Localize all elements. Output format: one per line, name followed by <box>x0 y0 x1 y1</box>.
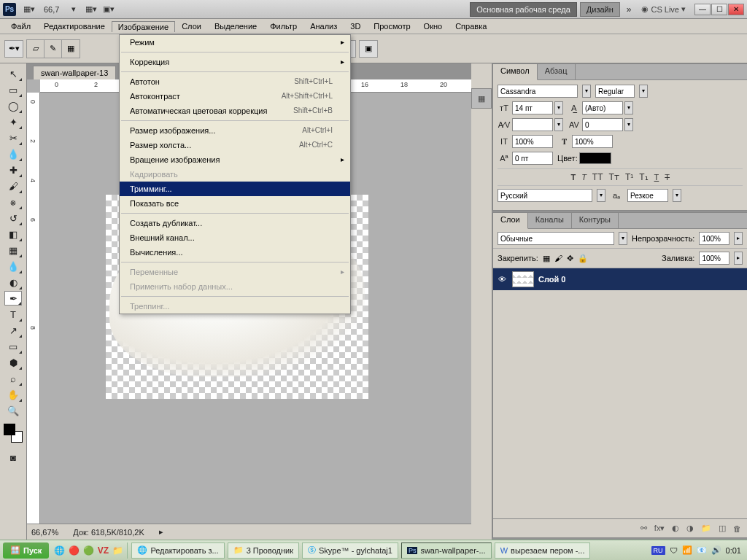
hand-tool[interactable]: ✋ <box>4 387 22 402</box>
menu-layers[interactable]: Слои <box>175 20 208 32</box>
menu-autotone[interactable]: АвтотонShift+Ctrl+L <box>120 74 350 89</box>
ql-icon[interactable]: 🟢 <box>82 544 95 557</box>
language-indicator[interactable]: RU <box>651 546 665 555</box>
menu-canvas-size[interactable]: Размер холста...Alt+Ctrl+C <box>120 138 350 152</box>
ql-opera-icon[interactable]: 🔴 <box>67 544 80 557</box>
menu-view[interactable]: Просмотр <box>367 20 417 32</box>
start-button[interactable]: 🪟Пуск <box>3 542 49 559</box>
dropdown-icon[interactable]: ▾ <box>624 118 633 131</box>
zoom-level[interactable]: 66,7 <box>44 5 59 14</box>
pen-tool[interactable]: ✒ <box>4 291 22 306</box>
minimize-button[interactable]: — <box>694 4 711 15</box>
layer-name[interactable]: Слой 0 <box>538 275 565 284</box>
paths-button[interactable]: ✎ <box>44 40 62 58</box>
menu-autocontrast[interactable]: АвтоконтрастAlt+Shift+Ctrl+L <box>120 89 350 104</box>
eraser-tool[interactable]: ◧ <box>4 227 22 241</box>
workspace-design-button[interactable]: Дизайн <box>580 2 620 17</box>
stamp-tool[interactable]: ⎈ <box>4 195 22 209</box>
marquee-tool[interactable]: ▭ <box>4 82 22 97</box>
move-tool[interactable]: ↖ <box>4 66 22 81</box>
menu-adjustments[interactable]: Коррекция <box>120 55 350 69</box>
menu-3d[interactable]: 3D <box>344 20 367 32</box>
dropdown-icon[interactable]: ▸ <box>734 232 743 245</box>
visibility-icon[interactable]: 👁 <box>496 273 508 285</box>
maximize-button[interactable]: ☐ <box>711 4 727 15</box>
menu-file[interactable]: Файл <box>4 20 37 32</box>
menu-calculations[interactable]: Вычисления... <box>120 245 350 260</box>
dropdown-icon[interactable]: ▸ <box>734 252 743 265</box>
menu-filter[interactable]: Фильтр <box>263 20 303 32</box>
adjustment-icon[interactable]: ◑ <box>686 524 694 533</box>
dropdown-icon[interactable]: ▾ <box>619 232 627 245</box>
paragraph-tab[interactable]: Абзац <box>538 64 576 79</box>
bridge-icon[interactable]: ▦▾ <box>22 3 36 16</box>
blur-tool[interactable]: 💧 <box>4 259 22 273</box>
mask-icon[interactable]: ◐ <box>672 524 679 533</box>
zoom-tool[interactable]: 🔍 <box>4 403 22 418</box>
workspace-more-icon[interactable]: » <box>623 4 635 15</box>
leading-input[interactable] <box>582 101 623 114</box>
tray-icon[interactable]: 📶 <box>682 545 692 555</box>
baseline-input[interactable] <box>512 152 553 165</box>
blend-mode-select[interactable] <box>498 232 614 245</box>
zoom-drop-icon[interactable]: ▾ <box>66 3 81 16</box>
dropdown-icon[interactable]: ▾ <box>554 101 563 114</box>
menu-image[interactable]: Изображение <box>112 21 175 32</box>
italic-button[interactable]: T <box>581 172 587 182</box>
antialias-select[interactable] <box>627 189 668 202</box>
doc-size-status[interactable]: Док: 618,5K/810,2K <box>73 528 144 537</box>
text-color-swatch[interactable] <box>579 152 611 164</box>
tool-preset-button[interactable]: ✒▾ <box>4 40 23 58</box>
dodge-tool[interactable]: ◐ <box>4 275 22 289</box>
brush-tool[interactable]: 🖌 <box>4 179 22 193</box>
bold-button[interactable]: T <box>570 172 576 182</box>
shape-layers-button[interactable]: ▱ <box>27 40 44 58</box>
dropdown-icon[interactable]: ▾ <box>597 189 605 202</box>
dropdown-icon[interactable]: ▾ <box>673 189 681 202</box>
paths-tab[interactable]: Контуры <box>572 213 619 228</box>
tracking-input[interactable] <box>582 118 623 131</box>
type-tool[interactable]: T <box>4 307 22 322</box>
smallcaps-button[interactable]: Tᴛ <box>609 172 619 182</box>
3d-camera-tool[interactable]: ⌕ <box>4 371 22 386</box>
gradient-tool[interactable]: ▦ <box>4 243 22 257</box>
symbol-tab[interactable]: Символ <box>493 64 538 80</box>
dropdown-icon[interactable]: ▾ <box>554 118 563 131</box>
font-size-input[interactable] <box>512 101 553 114</box>
opt-icon-2[interactable]: ▣ <box>359 40 378 58</box>
link-icon[interactable]: ⚯ <box>640 524 647 533</box>
workspace-main-button[interactable]: Основная рабочая среда <box>470 2 577 17</box>
new-layer-icon[interactable]: ◫ <box>719 524 726 533</box>
kerning-input[interactable] <box>512 118 553 131</box>
subscript-button[interactable]: T₁ <box>639 172 648 182</box>
tray-icon[interactable]: 🛡 <box>670 546 678 555</box>
vscale-input[interactable] <box>512 135 553 148</box>
ql-vz-icon[interactable]: VZ <box>96 544 109 557</box>
superscript-button[interactable]: T¹ <box>625 172 633 182</box>
lock-paint-icon[interactable]: 🖌 <box>554 254 562 262</box>
fill-pixels-button[interactable]: ▦ <box>62 40 80 58</box>
dropdown-icon[interactable]: ▾ <box>639 85 648 98</box>
underline-button[interactable]: T <box>654 172 659 182</box>
menu-rotation[interactable]: Вращение изображения <box>120 152 350 167</box>
allcaps-button[interactable]: TT <box>592 172 603 182</box>
fx-icon[interactable]: fx▾ <box>654 524 665 533</box>
screen-mode-icon[interactable]: ▣▾ <box>101 3 116 16</box>
lock-trans-icon[interactable]: ▦ <box>543 254 550 263</box>
shape-tool[interactable]: ▭ <box>4 339 22 354</box>
menu-trim[interactable]: Тримминг... <box>120 182 350 196</box>
lock-all-icon[interactable]: 🔒 <box>578 254 588 263</box>
layers-tab[interactable]: Слои <box>493 213 528 229</box>
fill-input[interactable] <box>699 252 729 265</box>
dropdown-icon[interactable]: ▾ <box>582 85 591 98</box>
status-arrow-icon[interactable]: ▸ <box>159 527 163 537</box>
clock[interactable]: 0:01 <box>726 546 741 555</box>
taskbar-app-explorer[interactable]: 📁3 Проводник <box>228 542 299 559</box>
heal-tool[interactable]: ✚ <box>4 163 22 177</box>
lock-move-icon[interactable]: ✥ <box>567 254 573 263</box>
menu-reveal-all[interactable]: Показать все <box>120 196 350 211</box>
ql-chrome-icon[interactable]: 🌐 <box>53 544 66 557</box>
menu-window[interactable]: Окно <box>417 20 449 32</box>
color-swatches[interactable] <box>4 424 23 443</box>
opacity-input[interactable] <box>699 232 729 245</box>
